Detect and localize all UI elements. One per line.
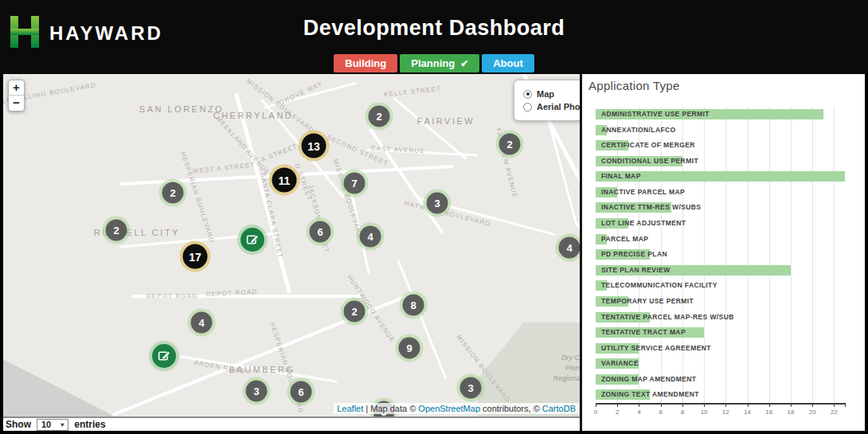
axis-tick-label: 22 [831,409,838,416]
axis-tick-label: 0 [594,409,597,416]
dropdown-arrow-icon: ▾ [61,421,64,428]
park-label-line: Regiona [535,373,580,384]
chart-bar-label: FINAL MAP [601,171,641,182]
chart-bar-label: TEMPORARY USE PERMIT [601,296,694,307]
attribution-link[interactable]: OpenStreetMap [418,404,480,413]
cluster-marker[interactable]: 2 [106,220,127,241]
chart-bar-label: LOT LINE ADJUSTMENT [601,218,686,229]
street-label: EAST AVENUE [371,145,425,155]
street-label: HESPERIAN BOULEVARD [179,151,216,244]
chart-bar-label: SITE PLAN REVIEW [601,265,671,276]
chart-bar-label: CONDITIONAL USE PERMIT [601,156,698,166]
chart-row: ZONING TEXT AMENDMENT [596,387,845,402]
road-line [397,260,448,379]
chart-bar-label: INACTIVE PARCEL MAP [601,187,685,197]
chart-bar-label: ZONING MAP AMENDMENT [601,374,696,385]
axis-tick [748,403,749,407]
axis-tick-label: 8 [681,409,684,416]
axis-tick [845,403,846,407]
axis-tick [596,403,596,407]
axis-tick-label: 6 [659,409,662,416]
edit-marker[interactable] [240,228,264,252]
cluster-marker[interactable]: 2 [499,134,521,155]
park-label: Dry CPionRegiona [535,353,580,384]
chart-row: ANNEXATION/LAFCO [596,123,845,138]
cluster-marker-large[interactable]: 17 [183,244,208,269]
chart-row: INACTIVE TTM-RES W/SUBS [596,200,845,215]
chart-bar-label: CERTIFICATE OF MERGER [601,140,695,151]
header: HAYWARD Development Dashboard BuildingPl… [0,0,868,74]
chart-row: ZONING MAP AMENDMENT [596,372,845,387]
layer-option-map[interactable]: Map [523,89,580,99]
development-dashboard-page: HAYWARD Development Dashboard BuildingPl… [0,0,868,434]
chart-row: VARIANCE [596,356,845,371]
road-line [368,127,444,233]
street-label: WEST A STREET [192,161,256,174]
chart-row: TELECOMMUNICATION FACILITY [596,278,845,293]
cluster-marker[interactable]: 2 [344,301,366,323]
cluster-marker[interactable]: 6 [291,381,312,403]
zoom-out-button[interactable]: − [9,96,24,111]
layers-control: MapAerial Photo [514,80,580,121]
zoom-in-button[interactable]: + [9,80,24,96]
chart-bar-label: PD PRECISE PLAN [601,249,667,260]
attribution-link[interactable]: CartoDB [542,404,576,413]
axis-tick [812,403,813,407]
chart-row: TEMPORARY USE PERMIT [596,294,845,309]
chart-row: CONDITIONAL USE PERMIT [596,154,845,169]
cluster-marker[interactable]: 2 [162,182,184,204]
bay-water-shape [3,342,126,416]
cluster-marker-large[interactable]: 11 [272,168,297,193]
compose-icon [158,350,170,362]
tab-building[interactable]: Building [334,54,397,72]
chart-bar-label: VARIANCE [601,358,639,369]
cluster-marker[interactable]: 3 [427,193,448,214]
place-label: CHERRYLAND [213,111,294,120]
street-label: KELLY STREET [384,85,442,99]
cluster-marker[interactable]: 6 [310,221,331,243]
x-axis [596,403,845,405]
cluster-marker[interactable]: 7 [344,173,366,194]
axis-tick-label: 10 [701,409,708,416]
map-canvas[interactable]: Dry CPionRegiona SAN LORENZOCHERRYLANDFA… [3,74,580,416]
radio-icon[interactable] [523,103,532,111]
chart-row: TENTATIVE TRACT MAP [596,325,845,340]
park-label-line: Dry C [535,353,580,363]
tab-label: About [493,57,523,69]
radio-selected-icon[interactable] [523,90,532,99]
chart-row: FINAL MAP [596,169,845,184]
cluster-marker[interactable]: 3 [246,381,268,402]
entries-select[interactable]: 10 ▾ [37,419,68,431]
cluster-marker[interactable]: 4 [191,312,213,334]
cluster-marker[interactable]: 4 [559,237,581,259]
check-icon: ✔ [460,58,468,69]
map-zoom-control: + − [8,80,25,111]
cluster-marker-large[interactable]: 13 [302,134,326,158]
place-label: SAN LORENZO [139,104,224,114]
tab-label: Planning [411,57,455,69]
chart-row: PARCEL MAP [596,232,845,247]
axis-tick [682,403,683,407]
bar-chart: ADMINISTRATIVE USE PERMITANNEXATION/LAFC… [596,107,845,403]
cluster-marker[interactable]: 8 [403,295,424,316]
attribution-link[interactable]: Leaflet [337,404,363,413]
chart-row: LOT LINE ADJUSTMENT [596,216,845,231]
layer-option-aerial-photo[interactable]: Aerial Photo [523,102,580,111]
show-label: Show [6,419,31,430]
attribution-text: contributors, © [480,404,542,413]
cluster-marker[interactable]: 3 [460,377,482,399]
table-length-bar: Show 10 ▾ entries [3,416,580,431]
axis-tick-label: 18 [788,409,795,416]
axis-tick-label: 12 [722,409,729,416]
chart-row: INACTIVE PARCEL MAP [596,185,845,200]
cluster-marker[interactable]: 9 [399,338,420,359]
edit-marker[interactable] [152,344,176,368]
chart-row: SITE PLAN REVIEW [596,263,845,278]
chart-bar-label: ADMINISTRATIVE USE PERMIT [601,109,710,119]
tab-about[interactable]: About [482,54,534,72]
axis-tick [704,403,705,407]
chart-row: PD PRECISE PLAN [596,247,845,262]
tab-planning[interactable]: Planning✔ [400,54,479,72]
cluster-marker[interactable]: 4 [360,226,381,248]
cluster-marker[interactable]: 2 [369,106,390,127]
